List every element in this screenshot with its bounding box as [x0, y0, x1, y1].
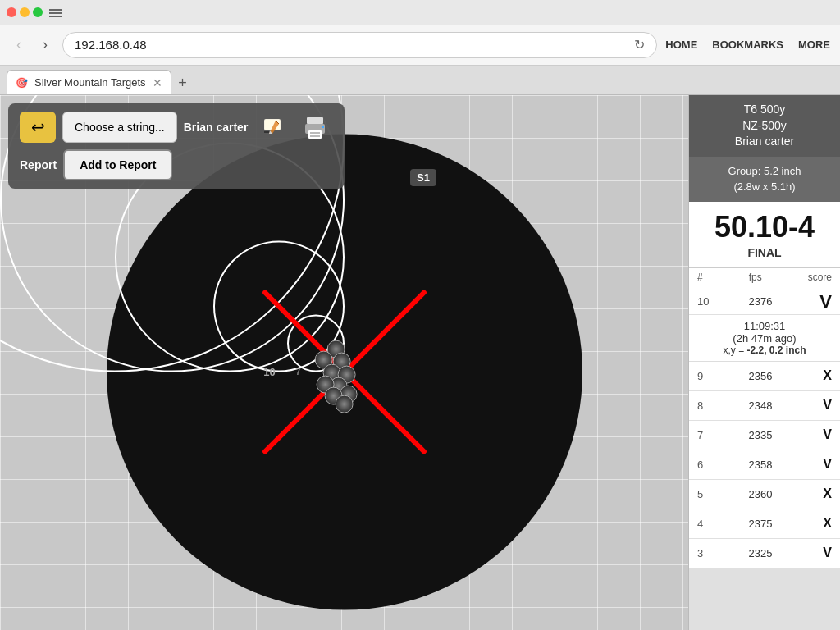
- shot-score-9: X: [807, 368, 832, 383]
- svg-rect-1: [49, 12, 62, 14]
- edit-icon-button[interactable]: [254, 112, 290, 143]
- browser-toolbar: ‹ › 192.168.0.48 ↻ HOME BOOKMARKS MORE: [0, 25, 840, 66]
- shot-fps-7: 2335: [744, 429, 777, 441]
- ring-label-7: 7: [291, 364, 306, 379]
- toolbar-row-bottom: Report Add to Report: [20, 149, 333, 180]
- shot-num-8: 8: [697, 399, 714, 412]
- undo-button[interactable]: ↩: [20, 112, 56, 143]
- shot-score-6: V: [807, 457, 832, 472]
- report-label: Report: [20, 158, 57, 171]
- traffic-lights: [7, 7, 43, 17]
- highlighted-shot-score: V: [807, 291, 832, 313]
- shot-fps-8: 2348: [744, 399, 777, 412]
- highlighted-shot-num: 10: [697, 295, 714, 308]
- svg-rect-13: [310, 135, 320, 137]
- svg-rect-12: [310, 132, 320, 134]
- choose-string-button[interactable]: Choose a string...: [62, 112, 177, 143]
- shot-row[interactable]: 8 2348 V: [689, 391, 840, 421]
- user-label: Brian carter: [184, 121, 249, 134]
- shot-row[interactable]: 3 2325 V: [689, 539, 840, 568]
- col-score: score: [808, 272, 832, 283]
- minimize-window-btn[interactable]: [20, 7, 30, 17]
- right-panel: T6 500y NZ-500y Brian carter Group: 5.2 …: [688, 95, 840, 630]
- ring-label-10: 10: [262, 364, 277, 379]
- add-to-report-button[interactable]: Add to Report: [63, 149, 172, 180]
- svg-rect-0: [49, 9, 62, 11]
- active-tab[interactable]: 🎯 Silver Mountain Targets ✕: [7, 70, 171, 94]
- bullet-hole-10: [335, 395, 353, 413]
- panel-title-line2: NZ-500y: [692, 118, 837, 135]
- final-label: FINAL: [692, 246, 837, 259]
- col-fps: fps: [749, 272, 762, 283]
- xy-label: x,y =: [723, 345, 744, 356]
- tab-label: Silver Mountain Targets: [34, 76, 146, 89]
- shot-rows-container: 9 2356 X 8 2348 V 7 2335 V 6 2358 V 5 23…: [689, 362, 840, 568]
- nav-home[interactable]: HOME: [665, 39, 697, 51]
- shot-row[interactable]: 6 2358 V: [689, 450, 840, 480]
- shot-score-3: V: [807, 546, 832, 560]
- svg-rect-9: [307, 117, 323, 124]
- toolbar-row-top: ↩ Choose a string... Brian carter: [20, 112, 333, 143]
- shot-num-9: 9: [697, 370, 714, 382]
- shot-fps-4: 2375: [744, 518, 777, 530]
- panel-title-line3: Brian carter: [692, 134, 837, 150]
- shot-time: 11:09:31: [692, 320, 837, 332]
- tab-close-button[interactable]: ✕: [153, 76, 162, 89]
- shot-row[interactable]: 4 2375 X: [689, 509, 840, 539]
- address-text: 192.168.0.48: [75, 38, 147, 52]
- score-area: 50.10-4 FINAL: [689, 202, 840, 268]
- shot-fps-6: 2358: [744, 459, 777, 471]
- group-detail: (2.8w x 5.1h): [692, 179, 837, 195]
- highlighted-shot-row[interactable]: 10 2376 V: [689, 286, 840, 315]
- shot-score-5: X: [807, 486, 832, 501]
- browser-titlebar: [0, 0, 840, 25]
- highlighted-shot-detail: 11:09:31 (2h 47m ago) x,y = -2.2, 0.2 in…: [689, 315, 840, 362]
- shot-ago: (2h 47m ago): [692, 332, 837, 345]
- score-display: 50.10-4: [692, 210, 837, 244]
- close-window-btn[interactable]: [7, 7, 16, 17]
- shot-num-4: 4: [697, 518, 714, 530]
- shot-row[interactable]: 7 2335 V: [689, 421, 840, 450]
- address-bar[interactable]: 192.168.0.48 ↻: [62, 32, 657, 58]
- print-icon-button[interactable]: [297, 112, 333, 143]
- browser-nav-links: HOME BOOKMARKS MORE: [665, 39, 830, 51]
- tab-favicon: 🎯: [16, 77, 28, 89]
- svg-rect-2: [49, 16, 62, 17]
- forward-button[interactable]: ›: [36, 33, 54, 57]
- target-container: 10 7: [107, 135, 582, 610]
- shot-row[interactable]: 9 2356 X: [689, 362, 840, 391]
- shot-score-4: X: [807, 516, 832, 531]
- nav-bookmarks[interactable]: BOOKMARKS: [712, 39, 783, 51]
- shot-num-6: 6: [697, 459, 714, 471]
- col-num: #: [697, 272, 703, 283]
- score-columns-header: # fps score: [689, 268, 840, 286]
- shot-fps-5: 2360: [744, 488, 777, 500]
- target-area: 10 7 S1 ↩ Choose a string... Brian carte…: [0, 95, 688, 630]
- pencil-icon: [261, 116, 284, 139]
- reload-button[interactable]: ↻: [634, 37, 645, 52]
- shot-fps-3: 2325: [744, 547, 777, 559]
- group-info: Group: 5.2 inch (2.8w x 5.1h): [689, 157, 840, 202]
- shot-num-7: 7: [697, 429, 714, 441]
- shot-xy: x,y = -2.2, 0.2 inch: [692, 345, 837, 356]
- nav-more[interactable]: MORE: [798, 39, 830, 51]
- s1-badge: S1: [410, 169, 436, 186]
- group-label: Group: 5.2 inch: [692, 163, 837, 180]
- new-tab-button[interactable]: +: [171, 71, 194, 94]
- shot-fps-9: 2356: [744, 370, 777, 382]
- shot-score-8: V: [807, 398, 832, 413]
- undo-icon: ↩: [31, 117, 45, 137]
- panel-header: T6 500y NZ-500y Brian carter: [689, 95, 840, 157]
- toolbar-overlay: ↩ Choose a string... Brian carter: [8, 103, 345, 189]
- shot-score-7: V: [807, 427, 832, 442]
- bullet-cluster: [306, 336, 372, 402]
- highlighted-shot-fps: 2376: [744, 295, 777, 308]
- main-content: 10 7 S1 ↩ Choose a string... Brian carte…: [0, 95, 840, 630]
- back-button[interactable]: ‹: [10, 33, 28, 57]
- maximize-window-btn[interactable]: [33, 7, 43, 17]
- panel-title-line1: T6 500y: [692, 102, 837, 118]
- printer-icon: [302, 114, 328, 140]
- shot-num-5: 5: [697, 488, 714, 500]
- shot-row[interactable]: 5 2360 X: [689, 480, 840, 509]
- svg-rect-14: [322, 126, 324, 128]
